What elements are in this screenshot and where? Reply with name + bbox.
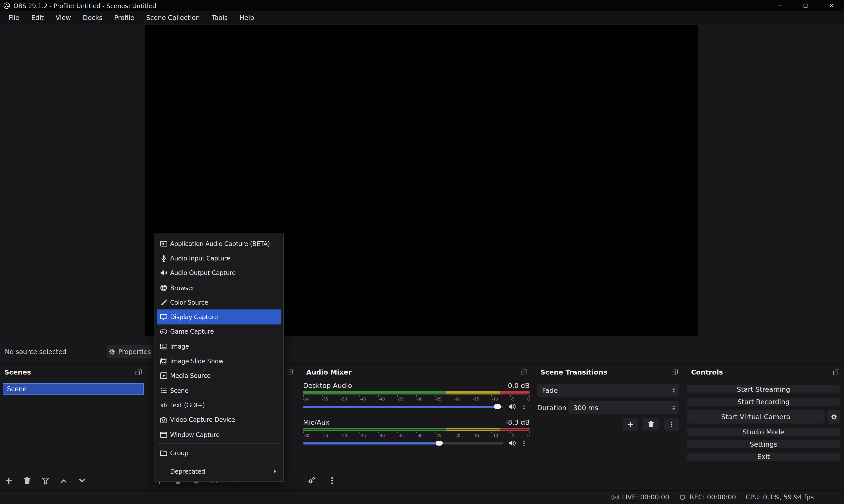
menu-item-label: Deprecated	[170, 468, 205, 475]
meter-bar	[303, 428, 529, 429]
plus-icon	[627, 421, 634, 428]
close-button[interactable]	[818, 0, 844, 11]
spin-arrows-icon[interactable]	[671, 404, 677, 411]
gear-icon	[830, 413, 838, 420]
scene-transitions-panel: Scene Transitions Fade Duration 300 ms	[536, 365, 683, 490]
properties-button[interactable]: Properties	[107, 345, 153, 358]
virtual-camera-config-button[interactable]	[827, 410, 840, 424]
menu-help[interactable]: Help	[233, 11, 260, 23]
menu-item-label: Scene	[170, 386, 188, 394]
popout-icon[interactable]	[286, 368, 293, 375]
menu-item-text-gdi[interactable]: abText (GDI+)	[157, 398, 281, 413]
popout-icon[interactable]	[521, 368, 528, 375]
dock-divider	[685, 364, 685, 491]
menu-item-video-capture-device[interactable]: Video Capture Device	[157, 413, 281, 427]
remove-scene-button[interactable]	[23, 477, 31, 485]
transition-select-value: Fade	[542, 386, 558, 394]
controls-buttons: Start StreamingStart RecordingStart Virt…	[687, 385, 840, 461]
start-recording-button[interactable]: Start Recording	[687, 398, 840, 406]
move-scene-up-button[interactable]	[60, 477, 68, 485]
slider-handle[interactable]	[436, 441, 443, 446]
chevron-up-icon	[60, 479, 68, 487]
chevron-down-icon	[78, 479, 86, 487]
trash-icon	[23, 479, 31, 487]
menu-item-label: Game Capture	[170, 328, 214, 336]
spin-arrows-icon	[671, 386, 677, 394]
duration-spinbox[interactable]: 300 ms	[568, 401, 679, 414]
meter-bar	[303, 391, 529, 393]
slider-fill	[303, 442, 439, 444]
menu-item-audio-input-capture[interactable]: Audio Input Capture	[157, 251, 281, 266]
menu-profile[interactable]: Profile	[108, 11, 140, 23]
popout-icon[interactable]	[671, 368, 678, 375]
menu-item-label: Audio Input Capture	[170, 254, 230, 262]
virtual-camera-row: Start Virtual Camera	[687, 410, 840, 424]
menu-item-browser[interactable]: Browser	[157, 280, 281, 295]
brush-icon	[160, 299, 167, 306]
menu-item-media-source[interactable]: Media Source	[157, 368, 281, 383]
scene-item-scene[interactable]: Scene	[3, 383, 144, 395]
studio-mode-button[interactable]: Studio Mode	[687, 428, 840, 436]
menu-scene-collection[interactable]: Scene Collection	[140, 11, 206, 23]
popout-icon[interactable]	[833, 368, 840, 375]
menu-edit[interactable]: Edit	[25, 11, 50, 23]
add-scene-button[interactable]	[5, 477, 13, 485]
menu-item-image-slide-show[interactable]: Image Slide Show	[157, 354, 281, 368]
audio-mixer-header: Audio Mixer	[302, 365, 532, 379]
add-source-menu: Application Audio Capture (BETA)Audio In…	[155, 234, 284, 482]
button-label: Settings	[750, 440, 777, 448]
transition-menu-button[interactable]	[664, 418, 679, 430]
meter-tick-label: -40	[379, 397, 385, 401]
maximize-button[interactable]	[792, 0, 818, 11]
menu-item-color-source[interactable]: Color Source	[157, 295, 281, 310]
start-streaming-button[interactable]: Start Streaming	[687, 385, 840, 393]
menu-docks[interactable]: Docks	[77, 11, 108, 23]
advanced-audio-button[interactable]	[307, 476, 316, 485]
add-transition-button[interactable]	[623, 418, 639, 430]
kebab-icon[interactable]	[521, 403, 527, 410]
mic-icon	[160, 254, 167, 262]
window-icon	[160, 431, 167, 438]
remove-transition-button[interactable]	[643, 418, 659, 430]
menu-item-display-capture[interactable]: Display Capture	[157, 310, 281, 324]
menu-item-label: Text (GDI+)	[170, 401, 205, 409]
exit-button[interactable]: Exit	[687, 453, 840, 461]
slider-handle[interactable]	[494, 404, 501, 409]
meter-tick-label: -60	[303, 434, 309, 438]
volume-slider[interactable]	[303, 442, 503, 444]
popout-icon[interactable]	[135, 368, 142, 375]
menu-item-scene[interactable]: Scene	[157, 383, 281, 398]
menu-item-label: Application Audio Capture (BETA)	[170, 240, 270, 247]
menu-tools[interactable]: Tools	[206, 11, 233, 23]
gear-icon	[109, 348, 115, 355]
menu-item-image[interactable]: Image	[157, 339, 281, 354]
scene-filters-button[interactable]	[41, 477, 50, 485]
menu-item-audio-output-capture[interactable]: Audio Output Capture	[157, 266, 281, 280]
menu-item-group[interactable]: Group	[157, 446, 281, 461]
button-label: Studio Mode	[743, 428, 785, 436]
transition-select[interactable]: Fade	[537, 384, 679, 397]
menu-item-window-capture[interactable]: Window Capture	[157, 427, 281, 442]
meter-tick-label: -30	[416, 397, 423, 401]
menu-item-label: Video Capture Device	[170, 416, 235, 424]
menu-view[interactable]: View	[50, 11, 77, 23]
start-virtual-camera-button[interactable]: Start Virtual Camera	[687, 410, 825, 424]
kebab-icon[interactable]	[521, 439, 527, 447]
meter-tick-label: -55	[322, 397, 328, 401]
maximize-icon	[802, 3, 808, 8]
volume-slider[interactable]	[303, 406, 503, 408]
menu-item-deprecated[interactable]: Deprecated	[157, 464, 281, 479]
meter-tick-label: -10	[492, 397, 498, 401]
menu-file[interactable]: File	[3, 11, 25, 23]
speaker-icon[interactable]	[508, 439, 516, 447]
settings-button[interactable]: Settings	[687, 440, 840, 448]
speaker-icon[interactable]	[508, 402, 516, 411]
menu-item-game-capture[interactable]: Game Capture	[157, 324, 281, 339]
mixer-menu-button[interactable]	[328, 476, 336, 485]
meter-labels: -60-55-50-45-40-35-30-25-20-15-10-50	[303, 434, 529, 438]
menu-item-application-audio-capture-beta[interactable]: Application Audio Capture (BETA)	[157, 236, 281, 251]
move-scene-down-button[interactable]	[78, 477, 86, 485]
meter-tick-label: -30	[416, 434, 423, 438]
meter-ticks	[303, 432, 529, 433]
minimize-button[interactable]	[767, 0, 792, 11]
